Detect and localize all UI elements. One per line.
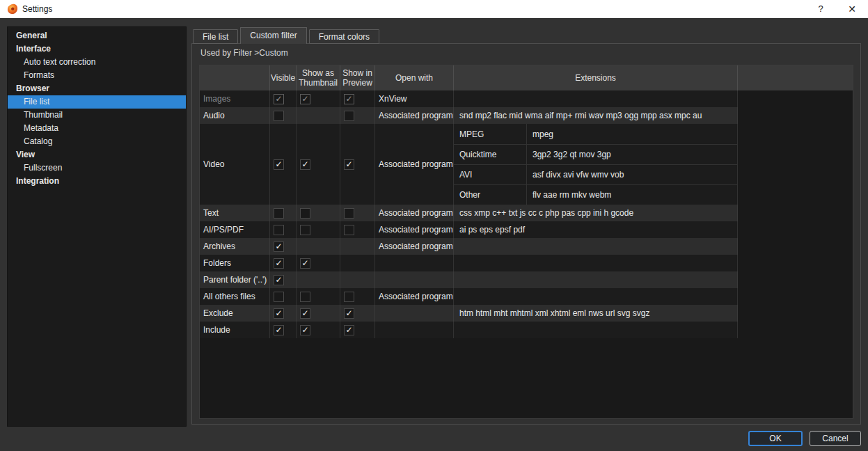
show-in-preview-checkbox[interactable] [344,292,354,302]
show-in-preview-checkbox[interactable]: ✓ [344,159,354,170]
show-as-thumbnail-checkbox[interactable]: ✓ [300,325,310,335]
show-as-thumbnail-checkbox[interactable]: ✓ [300,258,310,269]
visible-checkbox[interactable]: ✓ [274,242,284,252]
video-subcategory-label: Quicktime [454,145,527,164]
titlebar: Settings ? ✕ [0,0,868,18]
table-body: Images✓✓✓XnViewAudioAssociated programsn… [200,90,738,338]
show-in-preview-cell: ✓ [340,90,375,107]
sidebar-item-interface[interactable]: Interface [8,42,186,56]
column-header-show-as-thumbnail: Show as Thumbnail [297,65,340,90]
show-as-thumbnail-checkbox[interactable]: ✓ [300,94,310,104]
show-as-thumbnail-checkbox[interactable] [300,292,310,302]
visible-cell: ✓ [270,271,297,288]
category-label: Folders [200,255,270,271]
video-subrow-other: Otherflv aae rm mkv webm [454,184,737,205]
close-icon[interactable]: ✕ [839,0,865,18]
video-subcategory-label: Other [454,185,527,205]
visible-checkbox[interactable] [274,292,284,302]
tab-format-colors[interactable]: Format colors [309,29,379,44]
tab-file-list[interactable]: File list [193,29,238,44]
show-as-thumbnail-cell [297,107,340,124]
column-header-visible: Visible [270,65,297,90]
open-with-value: XnView [375,90,454,107]
cancel-button[interactable]: Cancel [810,431,861,446]
show-in-preview-cell [340,255,375,271]
video-subcategory-extensions: asf divx avi vfw wmv vob [527,165,737,184]
sidebar-item-catalog[interactable]: Catalog [8,135,186,148]
table-row-exclude: Exclude✓✓✓htm html mht mhtml xml xhtml e… [200,305,738,322]
category-label: Audio [200,107,270,124]
table-row-text: TextAssociated programcss xmp c++ txt js… [200,205,738,221]
show-in-preview-checkbox[interactable] [344,111,354,121]
table-row-folders: Folders✓✓ [200,255,738,271]
show-in-preview-cell [340,221,375,238]
show-in-preview-cell [340,205,375,221]
show-in-preview-cell [340,271,375,288]
show-as-thumbnail-cell [297,221,340,238]
sidebar-item-integration[interactable]: Integration [8,175,186,188]
category-label: All others files [200,288,270,305]
show-in-preview-checkbox[interactable] [344,225,354,235]
show-as-thumbnail-checkbox[interactable] [300,208,310,219]
visible-cell: ✓ [270,305,297,322]
open-with-value [375,255,454,271]
visible-cell [270,288,297,305]
category-label: Video [200,124,270,205]
visible-checkbox[interactable]: ✓ [274,159,284,170]
video-subrow-avi: AVIasf divx avi vfw wmv vob [454,164,737,184]
sidebar-item-general[interactable]: General [8,29,186,42]
help-button[interactable]: ? [808,0,833,18]
visible-cell: ✓ [270,90,297,107]
extensions-value [454,288,738,305]
window-title: Settings [22,0,52,18]
table-row-audio: AudioAssociated programsnd mp2 flac mid … [200,107,738,124]
visible-checkbox[interactable]: ✓ [274,325,284,335]
video-subcategory-extensions: flv aae rm mkv webm [527,185,737,205]
extensions-value: htm html mht mhtml xml xhtml eml nws url… [454,305,738,322]
visible-checkbox[interactable]: ✓ [274,258,284,269]
open-with-value: Associated program [375,205,454,221]
extensions-value [454,255,738,271]
sidebar-item-fullscreen[interactable]: Fullscreen [8,161,186,175]
panel-caption: Used by Filter >Custom [200,48,288,58]
show-as-thumbnail-checkbox[interactable]: ✓ [300,308,310,319]
sidebar: GeneralInterfaceAuto text correctionForm… [7,26,187,427]
show-as-thumbnail-checkbox[interactable] [300,225,310,235]
sidebar-item-thumbnail[interactable]: Thumbnail [8,109,186,122]
table-row-parent-folder: Parent folder ('..')✓ [200,271,738,288]
tab-custom-filter[interactable]: Custom filter [240,27,306,44]
sidebar-item-browser[interactable]: Browser [8,82,186,95]
visible-cell: ✓ [270,255,297,271]
visible-cell [270,221,297,238]
show-in-preview-cell: ✓ [340,322,375,338]
visible-checkbox[interactable]: ✓ [274,275,284,285]
show-in-preview-cell: ✓ [340,305,375,322]
visible-cell [270,205,297,221]
sidebar-item-file-list[interactable]: File list [8,95,186,109]
show-in-preview-checkbox[interactable]: ✓ [344,308,354,319]
extensions-value [454,238,738,255]
show-in-preview-checkbox[interactable]: ✓ [344,94,354,104]
show-in-preview-checkbox[interactable] [344,208,354,219]
open-with-value [375,305,454,322]
category-label: Text [200,205,270,221]
sidebar-item-metadata[interactable]: Metadata [8,122,186,135]
show-in-preview-checkbox[interactable]: ✓ [344,325,354,335]
category-label: Archives [200,238,270,255]
custom-filter-panel: Used by Filter >Custom Visible Show as T… [191,43,861,425]
visible-checkbox[interactable]: ✓ [274,94,284,104]
ok-button[interactable]: OK [748,431,803,446]
table-row-archives: Archives✓Associated program [200,238,738,255]
show-in-preview-cell [340,238,375,255]
show-as-thumbnail-checkbox[interactable]: ✓ [300,159,310,170]
visible-checkbox[interactable] [274,208,284,219]
sidebar-item-view[interactable]: View [8,148,186,161]
visible-checkbox[interactable] [274,111,284,121]
sidebar-item-formats[interactable]: Formats [8,69,186,82]
column-header-extensions: Extensions [454,65,738,90]
sidebar-item-auto-text-correction[interactable]: Auto text correction [8,56,186,69]
visible-checkbox[interactable] [274,225,284,235]
table-row-images: Images✓✓✓XnView [200,90,738,107]
show-as-thumbnail-cell: ✓ [297,90,340,107]
visible-checkbox[interactable]: ✓ [274,308,284,319]
